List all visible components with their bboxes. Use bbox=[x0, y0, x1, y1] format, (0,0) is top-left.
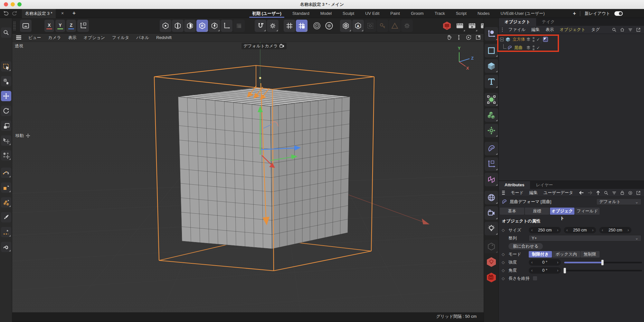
layout-tab-script[interactable]: Script bbox=[450, 9, 472, 18]
om-home-icon[interactable] bbox=[620, 27, 625, 32]
move-tool[interactable] bbox=[1, 91, 11, 101]
mode-option-limited[interactable]: 制限付き bbox=[529, 251, 552, 258]
section-tab-basic[interactable]: 基本 bbox=[500, 208, 524, 215]
om-menu-objects[interactable]: オブジェクト bbox=[560, 27, 585, 33]
layout-tab-nodes[interactable]: Nodes bbox=[472, 9, 495, 18]
enable-check-icon[interactable]: ✓ bbox=[536, 45, 540, 50]
align-dropdown[interactable]: Y+ ⌄ bbox=[529, 235, 641, 241]
tab-attributes[interactable]: Attributes bbox=[499, 181, 530, 189]
quantize-lock-button[interactable] bbox=[296, 20, 308, 32]
menu-filter[interactable]: フィルタ bbox=[112, 35, 129, 41]
asset-tool-button[interactable] bbox=[485, 27, 498, 41]
strength-slider[interactable] bbox=[564, 259, 642, 266]
transfer-tool[interactable] bbox=[1, 135, 11, 146]
render-picture-viewer-button[interactable] bbox=[466, 20, 478, 32]
section-tab-object[interactable]: オブジェクト bbox=[550, 208, 574, 215]
menu-options[interactable]: オプション bbox=[84, 35, 105, 41]
environment-button[interactable] bbox=[485, 191, 498, 204]
menu-view[interactable]: ビュー bbox=[28, 35, 41, 41]
dolly-view-icon[interactable] bbox=[456, 34, 462, 41]
model-mode-button[interactable] bbox=[196, 20, 208, 32]
add-document-tab-button[interactable]: + bbox=[72, 9, 76, 18]
keyframe-diamond-icon[interactable]: ◇ bbox=[502, 260, 505, 265]
array-generator-button[interactable] bbox=[485, 108, 498, 122]
simulate-selection-tool[interactable] bbox=[1, 150, 11, 161]
layout-tab-uvedit-user[interactable]: UVEdit-User (ユーザー) bbox=[495, 9, 550, 18]
history-back-icon[interactable] bbox=[579, 190, 584, 195]
find-tool[interactable] bbox=[1, 27, 11, 38]
mode-option-unlimited[interactable]: 無制限 bbox=[581, 251, 600, 258]
attr-search-icon[interactable] bbox=[604, 190, 609, 195]
layer-icon[interactable] bbox=[526, 37, 531, 42]
render-view-button[interactable] bbox=[454, 20, 466, 32]
attr-menu-userdata[interactable]: ユーザーデータ bbox=[544, 190, 573, 196]
size-x-field[interactable]: ‹250 cm› bbox=[529, 227, 561, 233]
group-heading[interactable]: オブジェクトの属性 bbox=[499, 216, 644, 226]
angle-slider[interactable] bbox=[564, 267, 642, 274]
fit-to-parent-button[interactable]: 親に合わせる bbox=[508, 243, 543, 249]
add-layout-button[interactable]: + bbox=[573, 11, 576, 16]
visibility-dots[interactable] bbox=[533, 37, 535, 42]
expand-icon[interactable] bbox=[500, 38, 504, 41]
size-y-field[interactable]: ‹250 cm› bbox=[564, 227, 596, 233]
filter-key-button[interactable] bbox=[377, 20, 388, 32]
keyframe-diamond-icon[interactable]: ◇ bbox=[502, 228, 505, 232]
redshift-camera-button[interactable] bbox=[485, 271, 498, 284]
undo-icon[interactable] bbox=[3, 10, 9, 17]
keyframe-diamond-icon[interactable]: ◇ bbox=[502, 276, 505, 281]
bend-object-icon[interactable] bbox=[507, 45, 512, 50]
om-menu-edit[interactable]: 編集 bbox=[531, 27, 540, 33]
menu-redshift[interactable]: Redshift bbox=[156, 35, 172, 40]
motext-button[interactable] bbox=[485, 75, 498, 88]
snap-settings-button[interactable] bbox=[267, 20, 279, 32]
size-z-field[interactable]: ‹250 cm› bbox=[599, 227, 631, 233]
angle-field[interactable]: ‹0 °› bbox=[529, 267, 561, 274]
attr-menu-mode[interactable]: モード bbox=[511, 190, 524, 196]
live-selection-tool[interactable] bbox=[1, 61, 11, 72]
redo-icon[interactable] bbox=[12, 10, 17, 17]
parent-up-icon[interactable] bbox=[596, 190, 601, 195]
simulation-button[interactable] bbox=[485, 124, 498, 137]
material-button[interactable] bbox=[485, 240, 498, 253]
object-row-cube[interactable]: 立方体 ✓ bbox=[499, 35, 644, 44]
om-menu-view[interactable]: 表示 bbox=[545, 27, 554, 33]
redshift-render-view-button[interactable] bbox=[441, 20, 453, 32]
phong-tag-icon[interactable] bbox=[543, 37, 548, 42]
om-popout-icon[interactable] bbox=[636, 27, 641, 32]
rings-button[interactable] bbox=[311, 20, 323, 32]
spline-primitive-button[interactable] bbox=[485, 44, 498, 57]
attr-lock-icon[interactable] bbox=[620, 190, 625, 195]
tweak-settings-tool[interactable] bbox=[1, 76, 11, 86]
new-layout-button[interactable]: 新レイアウト bbox=[584, 11, 610, 16]
primitive-object-button[interactable] bbox=[485, 59, 498, 73]
camera-object-button[interactable] bbox=[485, 206, 498, 220]
layer-icon[interactable] bbox=[526, 45, 531, 50]
attr-popout-icon[interactable] bbox=[636, 190, 641, 195]
layout-tab-uvedit[interactable]: UV Edit bbox=[360, 9, 385, 18]
layout-tab-paint[interactable]: Paint bbox=[385, 9, 405, 18]
enable-check-icon[interactable]: ✓ bbox=[536, 37, 540, 42]
axis-z-lock-button[interactable]: Z bbox=[66, 20, 76, 32]
axis-triangle-button[interactable] bbox=[389, 20, 401, 32]
menu-overflow-icon[interactable] bbox=[606, 28, 606, 31]
om-menu-file[interactable]: ファイル bbox=[508, 27, 526, 33]
spline-pen-tool[interactable] bbox=[1, 168, 11, 178]
edges-mode-button[interactable] bbox=[172, 20, 184, 32]
menu-panel[interactable]: パネル bbox=[136, 35, 149, 41]
coordinate-system-button[interactable] bbox=[77, 20, 89, 32]
object-manager-menu-icon[interactable] bbox=[502, 27, 503, 33]
attr-filter-icon[interactable] bbox=[612, 190, 617, 195]
menu-camera[interactable]: カメラ bbox=[48, 35, 61, 41]
strength-field[interactable]: ‹0 °› bbox=[529, 259, 561, 266]
om-filter-icon[interactable] bbox=[628, 27, 633, 32]
viewport-canvas[interactable]: 透視 デフォルトカメラ 移動 Y Z X グリッド間隔 : 50 cm bbox=[12, 42, 484, 322]
orientation-axis-gizmo[interactable]: Y Z X bbox=[446, 45, 475, 70]
light-object-button[interactable] bbox=[485, 222, 498, 235]
toggle-view-layout-icon[interactable] bbox=[475, 34, 481, 41]
attributes-menu-icon[interactable] bbox=[502, 190, 505, 196]
tool-settings-gear-button[interactable] bbox=[401, 20, 413, 32]
om-menu-tags[interactable]: タグ bbox=[591, 27, 600, 33]
projection-label[interactable]: 透視 bbox=[15, 43, 23, 49]
tab-objects[interactable]: オブジェクト bbox=[499, 18, 536, 26]
quantize-button[interactable] bbox=[284, 20, 295, 32]
